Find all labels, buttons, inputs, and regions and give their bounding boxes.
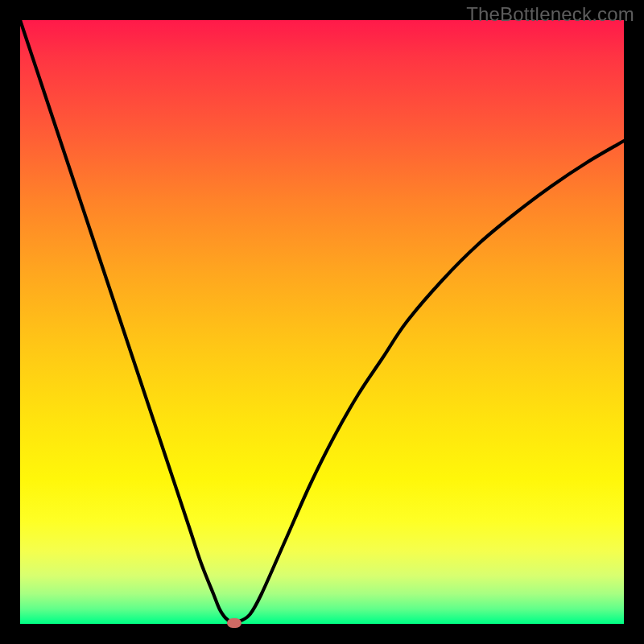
chart-frame: TheBottleneck.com <box>0 0 644 644</box>
minimum-marker <box>227 618 242 628</box>
bottleneck-curve <box>20 20 624 624</box>
plot-area <box>20 20 624 624</box>
watermark-text: TheBottleneck.com <box>466 3 634 26</box>
